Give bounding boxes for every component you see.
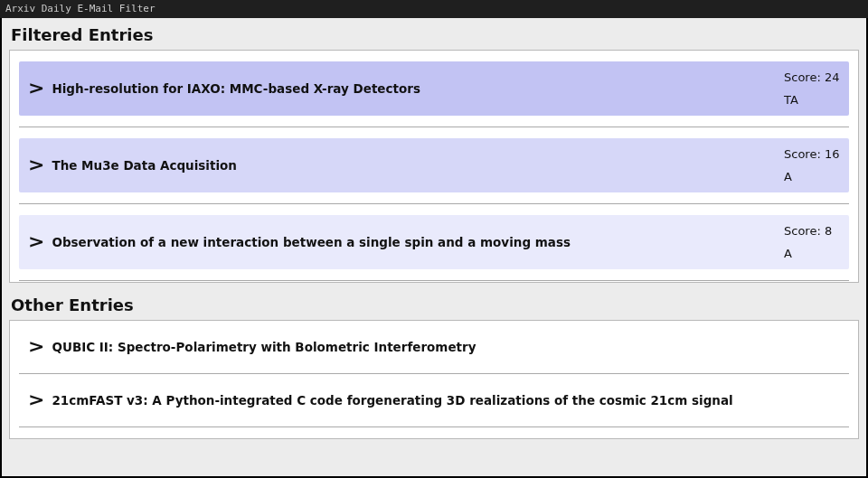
entry-meta: Score: 8A xyxy=(784,220,840,264)
entry-flag: A xyxy=(784,170,792,183)
expand-icon[interactable]: > xyxy=(24,338,52,356)
filtered-list: >High-resolution for IAXO: MMC-based X-r… xyxy=(10,51,858,281)
other-panel[interactable]: >QUBIC II: Spectro-Polarimetry with Bolo… xyxy=(9,320,859,439)
expand-icon[interactable]: > xyxy=(24,391,52,409)
entry-score: Score: 16 xyxy=(784,147,839,161)
client-area: Filtered Entries >High-resolution for IA… xyxy=(0,18,868,478)
filtered-heading: Filtered Entries xyxy=(11,25,859,44)
entry-meta: Score: 16A xyxy=(784,144,840,187)
entry-title: QUBIC II: Spectro-Polarimetry with Bolom… xyxy=(52,340,840,354)
entry-row[interactable]: >Observation of a new interaction betwee… xyxy=(19,215,849,269)
entry-flag: TA xyxy=(784,93,798,107)
entry-row[interactable]: >High-resolution for IAXO: MMC-based X-r… xyxy=(19,61,849,116)
window-titlebar[interactable]: Arxiv Daily E-Mail Filter xyxy=(0,0,868,18)
entry-score: Score: 24 xyxy=(784,70,839,84)
entry-wrap: >QUBIC II: Spectro-Polarimetry with Bolo… xyxy=(19,332,849,374)
entry-title: Observation of a new interaction between… xyxy=(52,235,784,249)
entry-title: 21cmFAST v3: A Python-integrated C code … xyxy=(52,393,840,408)
entry-wrap: >21cmFAST v3: A Python-integrated C code… xyxy=(19,385,849,427)
entry-score: Score: 8 xyxy=(784,224,832,238)
entry-row[interactable]: >21cmFAST v3: A Python-integrated C code… xyxy=(19,385,849,416)
entry-row[interactable]: >The Mu3e Data AcquisitionScore: 16A xyxy=(19,138,849,192)
entry-wrap: >Observation of a new interaction betwee… xyxy=(19,215,849,281)
entry-row[interactable]: >QUBIC II: Spectro-Polarimetry with Bolo… xyxy=(19,332,849,362)
entry-flag: A xyxy=(784,247,792,260)
expand-icon[interactable]: > xyxy=(24,80,52,98)
entry-meta: Score: 24TA xyxy=(784,67,840,110)
filtered-panel[interactable]: >High-resolution for IAXO: MMC-based X-r… xyxy=(9,50,859,283)
expand-icon[interactable]: > xyxy=(24,156,52,174)
other-heading: Other Entries xyxy=(11,295,859,314)
entry-wrap: >High-resolution for IAXO: MMC-based X-r… xyxy=(19,61,849,127)
section-spacer xyxy=(9,283,859,294)
entry-wrap: >The Mu3e Data AcquisitionScore: 16A xyxy=(19,138,849,204)
entry-title: High-resolution for IAXO: MMC-based X-ra… xyxy=(52,81,784,96)
other-list: >QUBIC II: Spectro-Polarimetry with Bolo… xyxy=(10,321,858,427)
entry-title: The Mu3e Data Acquisition xyxy=(52,158,784,173)
app-window: Arxiv Daily E-Mail Filter Filtered Entri… xyxy=(0,0,868,478)
expand-icon[interactable]: > xyxy=(24,233,52,251)
window-title: Arxiv Daily E-Mail Filter xyxy=(5,3,156,14)
